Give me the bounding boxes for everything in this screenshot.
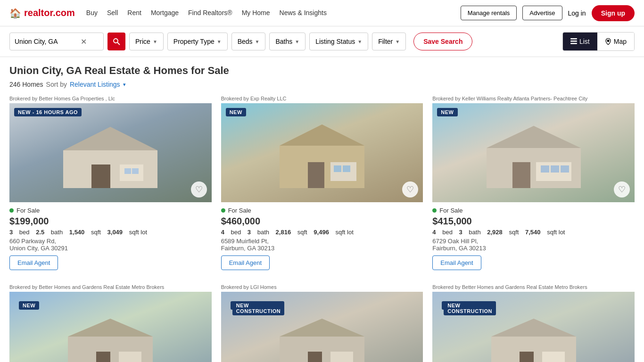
status-dot bbox=[221, 208, 225, 213]
price-filter-button[interactable]: Price ▼ bbox=[129, 33, 164, 50]
svg-rect-36 bbox=[542, 352, 565, 362]
property-type-filter-label: Property Type bbox=[173, 38, 215, 45]
status-text: For Sale bbox=[17, 207, 40, 214]
nav-find-realtors[interactable]: Find Realtors® bbox=[188, 9, 232, 17]
login-button[interactable]: Log in bbox=[568, 9, 586, 17]
svg-marker-19 bbox=[487, 126, 581, 148]
sqft-value: 1,540 bbox=[69, 229, 85, 236]
search-clear-icon[interactable]: ✕ bbox=[81, 37, 87, 46]
list-icon bbox=[570, 38, 577, 45]
nav-rent[interactable]: Rent bbox=[127, 9, 141, 17]
favorite-button[interactable]: ♡ bbox=[191, 181, 207, 197]
list-view-button[interactable]: List bbox=[563, 33, 597, 50]
filter-label: Filter bbox=[378, 38, 393, 45]
baths-filter-button[interactable]: Baths ▼ bbox=[269, 33, 305, 50]
listing-details: 4 bed 3 bath 2,816 sqft 9,496 sqft lot bbox=[221, 229, 423, 236]
nav-right: Manage rentals Advertise Log in Sign up bbox=[461, 5, 635, 21]
listing-image-wrap: NEW NEW CONSTRUCTION ♡ bbox=[221, 292, 423, 362]
listing-badge-new: NEW bbox=[226, 108, 246, 116]
logo-house-icon: 🏠 bbox=[9, 8, 21, 19]
listing-info: For Sale $460,000 4 bed 3 bath 2,816 sqf… bbox=[221, 202, 423, 275]
broker-credit: Brokered by Better Homes and Gardens Rea… bbox=[9, 284, 212, 290]
search-submit-button[interactable] bbox=[107, 33, 125, 50]
svg-rect-35 bbox=[520, 352, 534, 362]
listing-badge-new: NEW bbox=[437, 108, 457, 116]
status-dot bbox=[9, 208, 14, 213]
svg-rect-10 bbox=[124, 168, 131, 174]
broker-credit: Brokered by LGI Homes bbox=[221, 284, 423, 290]
advertise-button[interactable]: Advertise bbox=[522, 6, 562, 20]
listing-image-wrap: NEW - 16 HOURS AGO ♡ bbox=[9, 103, 212, 202]
list-view-label: List bbox=[579, 38, 590, 45]
listing-image-wrap: NEW NEW CONSTRUCTION ♡ bbox=[432, 292, 635, 362]
listing-status-filter-label: Listing Status bbox=[315, 38, 355, 45]
logo-text: realtor.com bbox=[24, 8, 75, 18]
location-search-input[interactable] bbox=[15, 38, 81, 45]
listing-badge-new: NEW - 16 HOURS AGO bbox=[14, 108, 82, 116]
nav-links: Buy Sell Rent Mortgage Find Realtors® My… bbox=[86, 9, 449, 17]
broker-credit: Brokered by Exp Realty LLC bbox=[221, 96, 423, 101]
beds-chevron-icon: ▼ bbox=[255, 39, 260, 44]
listing-status-filter-button[interactable]: Listing Status ▼ bbox=[309, 33, 368, 50]
svg-point-5 bbox=[607, 40, 609, 42]
save-search-button[interactable]: Save Search bbox=[413, 33, 472, 50]
filter-button[interactable]: Filter ▼ bbox=[372, 33, 406, 50]
svg-rect-27 bbox=[96, 352, 110, 362]
svg-rect-4 bbox=[570, 43, 577, 44]
svg-rect-17 bbox=[343, 165, 350, 172]
listing-card[interactable]: Brokered by Keller Williams Realty Atlan… bbox=[432, 96, 635, 275]
svg-rect-24 bbox=[561, 165, 569, 173]
address-line1: 660 Parkway Rd, bbox=[9, 238, 56, 245]
location-search-wrap: ✕ bbox=[9, 33, 104, 50]
beds-filter-label: Beds bbox=[238, 38, 253, 45]
svg-rect-32 bbox=[330, 352, 353, 362]
listing-price: $199,000 bbox=[9, 216, 212, 227]
svg-rect-14 bbox=[308, 162, 324, 188]
nav-sell[interactable]: Sell bbox=[107, 9, 118, 17]
map-view-button[interactable]: Map bbox=[597, 33, 634, 50]
svg-rect-2 bbox=[570, 38, 577, 40]
price-chevron-icon: ▼ bbox=[153, 39, 157, 44]
property-type-filter-button[interactable]: Property Type ▼ bbox=[167, 33, 228, 50]
svg-rect-31 bbox=[308, 352, 322, 362]
broker-credit: Brokered by Better Homes and Gardens Rea… bbox=[432, 284, 635, 290]
listing-card[interactable]: Brokered by LGI Homes NEW NEW CONSTRUCTI… bbox=[221, 284, 423, 362]
search-icon bbox=[113, 38, 120, 45]
listing-image-wrap: NEW ♡ bbox=[432, 103, 635, 202]
email-agent-button[interactable]: Email Agent bbox=[9, 255, 58, 270]
navbar: 🏠 realtor.com Buy Sell Rent Mortgage Fin… bbox=[0, 0, 644, 26]
signup-button[interactable]: Sign up bbox=[592, 5, 635, 21]
manage-rentals-button[interactable]: Manage rentals bbox=[461, 6, 517, 20]
listing-address: 660 Parkway Rd, Union City, GA 30291 bbox=[9, 238, 212, 252]
listing-card[interactable]: Brokered by Better Homes Ga Properties ,… bbox=[9, 96, 212, 275]
svg-rect-16 bbox=[334, 165, 341, 172]
sort-relevant-link[interactable]: Relevant Listings bbox=[70, 81, 120, 88]
beds-filter-button[interactable]: Beds ▼ bbox=[231, 33, 266, 50]
sort-chevron-icon: ▾ bbox=[123, 82, 126, 88]
nav-my-home[interactable]: My Home bbox=[242, 9, 270, 17]
results-bar: 246 Homes Sort by Relevant Listings ▾ bbox=[9, 81, 635, 88]
svg-marker-26 bbox=[68, 319, 153, 337]
listing-card[interactable]: Brokered by Better Homes and Gardens Rea… bbox=[9, 284, 212, 362]
nav-mortgage[interactable]: Mortgage bbox=[151, 9, 179, 17]
svg-rect-8 bbox=[91, 165, 110, 188]
email-agent-button[interactable]: Email Agent bbox=[432, 255, 481, 270]
address-line2: Union City, GA 30291 bbox=[9, 245, 68, 252]
logo[interactable]: 🏠 realtor.com bbox=[9, 8, 75, 19]
lot-value: 3,049 bbox=[107, 229, 123, 236]
svg-rect-20 bbox=[512, 162, 530, 188]
nav-buy[interactable]: Buy bbox=[86, 9, 98, 17]
listing-card[interactable]: Brokered by Better Homes and Gardens Rea… bbox=[432, 284, 635, 362]
broker-credit: Brokered by Keller Williams Realty Atlan… bbox=[432, 96, 635, 101]
email-agent-button[interactable]: Email Agent bbox=[221, 255, 270, 270]
broker-credit: Brokered by Better Homes Ga Properties ,… bbox=[9, 96, 212, 101]
nav-news-insights[interactable]: News & Insights bbox=[280, 9, 327, 17]
price-filter-label: Price bbox=[135, 38, 150, 45]
listing-status-chevron-icon: ▼ bbox=[357, 39, 362, 44]
favorite-button[interactable]: ♡ bbox=[614, 181, 630, 197]
listing-card[interactable]: Brokered by Exp Realty LLC NEW ♡ bbox=[221, 96, 423, 275]
listings-grid: Brokered by Better Homes Ga Properties ,… bbox=[9, 96, 635, 362]
svg-marker-34 bbox=[491, 319, 576, 337]
page-title: Union City, GA Real Estate & Homes for S… bbox=[9, 65, 635, 77]
search-bar: ✕ Price ▼ Property Type ▼ Beds ▼ Baths ▼… bbox=[0, 26, 644, 57]
